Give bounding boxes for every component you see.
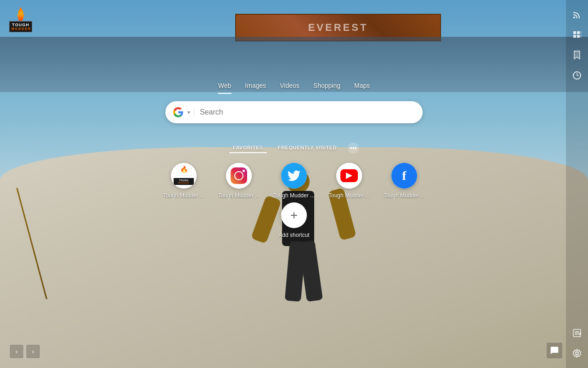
bottom-arrows: ‹ › (9, 344, 40, 359)
ig-icon-inner (226, 163, 252, 189)
twitter-bird-icon (281, 163, 307, 189)
search-container: ▼ (165, 101, 423, 123)
svg-point-14 (576, 352, 578, 355)
next-arrow-button[interactable]: › (26, 344, 40, 359)
history-icon[interactable] (571, 70, 582, 81)
ig-gradient (231, 167, 247, 184)
logo-icon: TOUGH MUDDER (7, 7, 34, 34)
shortcut-toughmudder-youtube[interactable]: Tough Mudder ... (326, 163, 372, 199)
tab-videos[interactable]: Videos (280, 78, 300, 94)
tm-text: TOUGH MUDDER (174, 178, 194, 185)
shortcut-toughmudder-facebook[interactable]: f Tough Mudder ... (381, 163, 427, 199)
tab-maps[interactable]: Maps (354, 78, 370, 94)
facebook-icon: f (391, 163, 417, 189)
svg-rect-4 (577, 35, 580, 38)
shortcut-toughmudder-twitter[interactable]: Tough Mudder ... (271, 163, 317, 199)
shortcut-facebook-label: Tough Mudder ... (384, 192, 425, 199)
svg-point-0 (573, 17, 575, 18)
instagram-icon (226, 163, 252, 189)
google-icon (173, 107, 184, 118)
rss-icon[interactable] (571, 9, 582, 20)
logo[interactable]: TOUGH MUDDER (7, 7, 34, 34)
shortcut-toughmudder-main-label: Tough Mudder ... (163, 192, 204, 199)
svg-rect-5 (581, 31, 581, 34)
search-divider (194, 108, 194, 117)
search-bar: ▼ (165, 101, 423, 123)
shortcut-toughmudder-instagram[interactable]: Tough Mudder ... (216, 163, 262, 199)
yt-icon-bg (336, 163, 362, 189)
svg-rect-6 (581, 35, 581, 38)
shortcut-toughmudder-main[interactable]: 🔥 TOUGH MUDDER Tough Mudder ... (161, 163, 207, 199)
logo-flame-icon (16, 7, 25, 21)
logo-tough-text: TOUGH (11, 23, 30, 27)
add-shortcut-icon: + (281, 202, 307, 228)
tab-images[interactable]: Images (245, 78, 266, 94)
edit-icon[interactable] (571, 328, 582, 339)
search-input[interactable] (200, 108, 415, 116)
favorites-more-button[interactable]: ••• (348, 143, 359, 154)
favorites-section: FAVORITES FREQUENTLY VISITED ••• 🔥 TOUGH… (161, 143, 427, 238)
logo-mudder-text: MUDDER (11, 27, 30, 30)
grid-icon[interactable] (571, 29, 582, 40)
bookmark-icon[interactable] (571, 50, 582, 61)
add-shortcut-label: Add shortcut (278, 232, 309, 238)
svg-rect-1 (573, 31, 576, 34)
toughmudder-main-icon: 🔥 TOUGH MUDDER (171, 163, 197, 189)
favorites-tabs: FAVORITES FREQUENTLY VISITED ••• (229, 143, 359, 154)
search-dropdown-button[interactable]: ▼ (186, 110, 194, 115)
tab-web[interactable]: Web (218, 78, 232, 94)
prev-arrow-button[interactable]: ‹ (9, 344, 24, 359)
frequently-visited-tab[interactable]: FREQUENTLY VISITED (274, 143, 340, 153)
logo-text-block: TOUGH MUDDER (9, 21, 32, 32)
shortcut-twitter-label: Tough Mudder ... (273, 192, 315, 199)
fb-icon-inner: f (391, 163, 417, 189)
chat-icon (550, 346, 559, 355)
chat-button[interactable] (546, 342, 563, 359)
add-shortcut-button[interactable]: + Add shortcut (271, 202, 317, 238)
shortcut-youtube-label: Tough Mudder ... (328, 192, 370, 199)
tm-logo-icon: 🔥 TOUGH MUDDER (173, 165, 195, 187)
shortcuts-row-1: 🔥 TOUGH MUDDER Tough Mudder ... To (161, 163, 427, 199)
yt-play-button-icon (340, 169, 358, 182)
svg-rect-2 (577, 31, 580, 34)
athlete-leg-right (299, 241, 323, 302)
tab-shopping[interactable]: Shopping (313, 78, 340, 94)
shortcuts-row-2: + Add shortcut (271, 202, 317, 238)
favorites-tab[interactable]: FAVORITES (229, 143, 267, 153)
shortcut-instagram-label: Tough Mudder ... (218, 192, 260, 199)
shortcuts-grid: 🔥 TOUGH MUDDER Tough Mudder ... To (161, 163, 427, 238)
tm-flame: 🔥 (180, 166, 188, 173)
settings-icon[interactable] (571, 348, 582, 359)
nav-tabs: Web Images Videos Shopping Maps (218, 78, 370, 94)
twitter-icon (281, 163, 307, 189)
youtube-icon (336, 163, 362, 189)
svg-rect-3 (573, 35, 576, 38)
right-sidebar (566, 0, 588, 368)
